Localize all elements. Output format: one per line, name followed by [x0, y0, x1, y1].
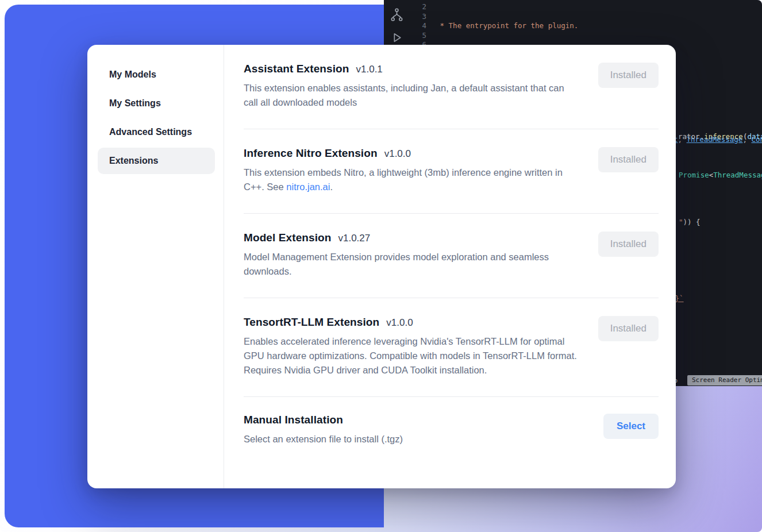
installed-button[interactable]: Installed [598, 63, 659, 88]
sidebar-item-extensions[interactable]: Extensions [98, 148, 215, 174]
editor-activity-bar [386, 7, 407, 45]
line-number: 4 [416, 21, 426, 31]
manual-installation-title: Manual Installation [244, 414, 343, 426]
extension-title: TensortRT-LLM Extension [244, 316, 379, 329]
extension-row-inference-nitro: Inference Nitro Extension v1.0.0 This ex… [244, 129, 659, 214]
extension-version: v1.0.1 [356, 64, 383, 75]
select-file-button[interactable]: Select [603, 414, 659, 439]
extension-description: This extension embeds Nitro, a lightweig… [244, 165, 577, 194]
sidebar-item-advanced-settings[interactable]: Advanced Settings [98, 119, 215, 145]
extension-title: Model Extension [244, 232, 331, 244]
extension-description: Model Management Extension provides mode… [244, 250, 577, 279]
extension-title: Assistant Extension [244, 63, 349, 75]
code-fragment: rator.inference(data)); [678, 132, 762, 142]
nitro-jan-ai-link[interactable]: nitro.jan.ai [286, 182, 330, 192]
extension-description: Enables accelerated inference leveraging… [244, 334, 577, 377]
sidebar-item-my-settings[interactable]: My Settings [98, 90, 215, 117]
extension-version: v1.0.0 [386, 317, 413, 329]
line-number: 3 [416, 12, 426, 22]
editor-line-numbers: 2 3 4 5 6 [416, 2, 426, 50]
installed-button[interactable]: Installed [598, 232, 659, 257]
extension-version: v1.0.27 [338, 233, 370, 244]
run-and-debug-icon[interactable] [390, 30, 404, 45]
code-fragment: Promise<ThreadMessage> [679, 171, 762, 180]
line-number: 5 [416, 31, 426, 41]
screen-reader-optimize-chip[interactable]: Screen Reader Optimize [687, 375, 762, 385]
extension-title: Inference Nitro Extension [244, 147, 378, 160]
source-control-icon[interactable] [389, 7, 405, 22]
settings-modal: My Models My Settings Advanced Settings … [87, 45, 676, 488]
extension-description: This extension enables assistants, inclu… [244, 81, 577, 110]
manual-installation-row: Manual Installation Select an extension … [244, 397, 659, 465]
extensions-panel: Assistant Extension v1.0.1 This extensio… [224, 45, 676, 488]
extension-row-assistant: Assistant Extension v1.0.1 This extensio… [244, 45, 659, 129]
extension-row-tensorrt-llm: TensortRT-LLM Extension v1.0.0 Enables a… [244, 298, 659, 397]
manual-installation-description: Select an extension file to install (.tg… [244, 432, 403, 446]
code-line: * The entrypoint for the plugin. [436, 21, 762, 31]
line-number: 2 [416, 2, 426, 12]
desktop-background: 2 3 4 5 6 * The entrypoint for the plugi… [0, 0, 762, 532]
installed-button[interactable]: Installed [598, 147, 659, 172]
settings-sidebar: My Models My Settings Advanced Settings … [87, 45, 224, 488]
extension-row-model: Model Extension v1.0.27 Model Management… [244, 214, 659, 298]
code-fragment: ")) { [679, 218, 701, 228]
description-text: . [330, 182, 333, 192]
installed-button[interactable]: Installed [598, 316, 659, 341]
sidebar-item-my-models[interactable]: My Models [98, 61, 215, 88]
extension-version: v1.0.0 [384, 148, 411, 160]
